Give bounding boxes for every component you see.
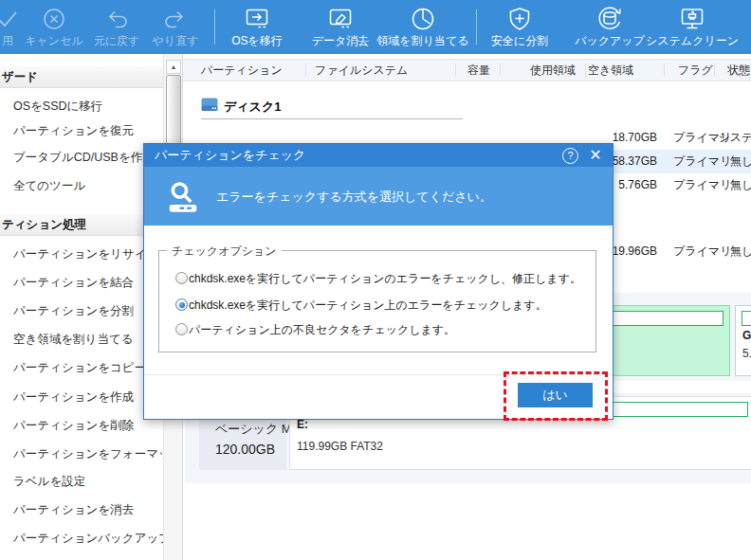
allocate-space-button[interactable]: 領域を割り当てる: [376, 3, 470, 52]
sidebar-item-all-tools[interactable]: 全てのツール: [13, 172, 163, 199]
yes-button[interactable]: はい: [518, 383, 593, 407]
sidebar-item-migrate-os-to-ssd[interactable]: OSをSSDに移行: [13, 93, 163, 119]
erase-data-icon: [326, 3, 355, 34]
disk2-size: 120.00GB: [215, 442, 275, 457]
backup-button[interactable]: バックアップ: [577, 3, 643, 52]
undo-button[interactable]: 元に戻す: [88, 3, 145, 52]
toolbar-item-label: キャンセル: [25, 34, 82, 47]
partition-label-box: [742, 311, 751, 326]
radio-check-and-fix[interactable]: [175, 272, 188, 284]
toolbar: 用 キャンセル 元に戻す やり直す OSを移行: [0, 0, 751, 54]
cancel-circle-icon: [40, 3, 68, 34]
toolbar-item-label: データ消去: [312, 34, 370, 47]
dialog-title-bar[interactable]: パーティションをチェック: [144, 144, 613, 167]
radio-check-only[interactable]: [175, 298, 188, 311]
dialog-title: パーティションをチェック: [155, 148, 305, 162]
column-header-used-space[interactable]: 使用領域: [530, 60, 576, 81]
erase-data-button[interactable]: データ消去: [305, 3, 376, 52]
sidebar-item-delete-partition[interactable]: パーティションを削除: [13, 412, 163, 439]
sidebar-item-recover-partition[interactable]: パーティションを復元: [13, 117, 163, 144]
column-header-partition[interactable]: パーティション: [201, 60, 283, 81]
sidebar-item-copy-partition[interactable]: パーティションをコピー: [13, 354, 163, 381]
toolbar-item-label: 安全に分割: [491, 34, 548, 47]
migrate-os-button[interactable]: OSを移行: [224, 3, 290, 52]
toolbar-item-label: 元に戻す: [94, 34, 140, 47]
column-header-status[interactable]: 状態: [727, 60, 750, 81]
check-partition-icon: [165, 178, 201, 214]
sidebar-item-create-partition[interactable]: パーティションを作成: [13, 384, 163, 410]
check-icon: [0, 3, 22, 34]
cell-status: システム: [711, 126, 751, 150]
sidebar-item-set-label[interactable]: ラベルを設定: [13, 468, 163, 495]
disk-group-label[interactable]: ディスク1: [224, 99, 281, 116]
radio-check-bad-sectors[interactable]: [175, 323, 188, 335]
disk-icon: [201, 98, 218, 112]
partition-name: E:: [297, 418, 308, 431]
dialog-header-band: エラーをチェックする方式を選択してください。: [144, 167, 613, 226]
column-header-flag[interactable]: フラグ: [678, 60, 713, 81]
safe-split-icon: [505, 3, 534, 34]
sidebar-item-merge-partition[interactable]: パーティションを結合: [13, 269, 163, 296]
column-header-free-space[interactable]: 空き領域: [588, 60, 633, 81]
system-clean-button[interactable]: システムクリーン: [647, 3, 738, 52]
sidebar-item-partition-backup[interactable]: パーティションバックアップ: [13, 525, 163, 551]
radio-label[interactable]: パーティション上の不良セクタをチェックします。: [189, 322, 455, 338]
allocate-space-icon: [409, 3, 437, 34]
toolbar-separator: [476, 9, 477, 45]
sidebar-item-resize-partition[interactable]: パーティションをリサイズ: [13, 241, 163, 267]
sidebar-section-wizard: ザード: [0, 66, 163, 88]
column-header-capacity[interactable]: 容量: [446, 60, 490, 81]
radio-label[interactable]: chkdsk.exeを実行してパーティション上のエラーをチェックします。: [189, 298, 547, 314]
scrollbar-up-arrow-icon[interactable]: ▲: [166, 60, 181, 74]
disk-group-underline: [201, 118, 463, 119]
redo-button[interactable]: やり直す: [147, 3, 204, 52]
toolbar-separator: [214, 9, 215, 45]
toolbar-item-label: OSを移行: [231, 34, 283, 47]
system-clean-icon: [678, 3, 706, 34]
sidebar-item-allocate-free-space[interactable]: 空き領域を割り当てる: [13, 326, 163, 352]
app-window: 用 キャンセル 元に戻す やり直す OSを移行: [0, 0, 751, 560]
cell-status: 無し: [711, 240, 751, 263]
cell-status: 無し: [711, 173, 751, 197]
toolbar-item-label: やり直す: [153, 34, 199, 47]
groupbox-legend: チェックオプション: [167, 244, 282, 260]
toolbar-item-label: 領域を割り当てる: [376, 34, 468, 47]
toolbar-item-label: システムクリーン: [646, 34, 739, 47]
partition-block-g[interactable]: G: 5.76GB: [735, 305, 751, 376]
sidebar-item-split-partition[interactable]: パーティションを分割: [13, 298, 163, 324]
cancel-button[interactable]: キャンセル: [27, 3, 81, 52]
partition-name: G:: [742, 329, 751, 342]
cell-status: 無し: [711, 150, 751, 173]
sidebar-section-partition-ops: ティション処理: [0, 214, 163, 236]
toolbar-item-label: 用: [2, 34, 13, 47]
help-icon[interactable]: ?: [562, 148, 578, 164]
sidebar-item-format-partition[interactable]: パーティションをフォーマット: [13, 441, 163, 467]
partition-info: 5.76GB: [742, 347, 751, 360]
dialog-message: エラーをチェックする方式を選択してください。: [216, 189, 492, 206]
column-header-filesystem[interactable]: ファイルシステム: [315, 60, 408, 81]
check-partition-dialog: パーティションをチェック ? ✕ エラーをチェックする方式を選択してください。 …: [143, 143, 614, 420]
safe-split-button[interactable]: 安全に分割: [486, 3, 553, 52]
partition-info: 119.99GB FAT32: [297, 440, 383, 453]
toolbar-item-label: バックアップ: [575, 34, 645, 47]
backup-icon: [595, 3, 624, 34]
sidebar-item-make-bootable-cd[interactable]: ブータブルCD/USBを作成: [13, 144, 163, 171]
table-header-row: パーティション ファイルシステム 容量 使用領域 空き領域 フラグ 状態: [183, 59, 751, 81]
close-icon[interactable]: ✕: [587, 147, 604, 164]
undo-icon: [102, 3, 131, 34]
migrate-os-icon: [243, 3, 271, 34]
sidebar: ザード OSをSSDに移行 パーティションを復元 ブータブルCD/USBを作成 …: [0, 54, 163, 560]
radio-label[interactable]: chkdsk.exeを実行してパーティションのエラーをチェックし、修正します。: [189, 271, 581, 287]
redo-icon: [161, 3, 190, 34]
sidebar-item-wipe-partition[interactable]: パーティションを消去: [13, 497, 163, 523]
